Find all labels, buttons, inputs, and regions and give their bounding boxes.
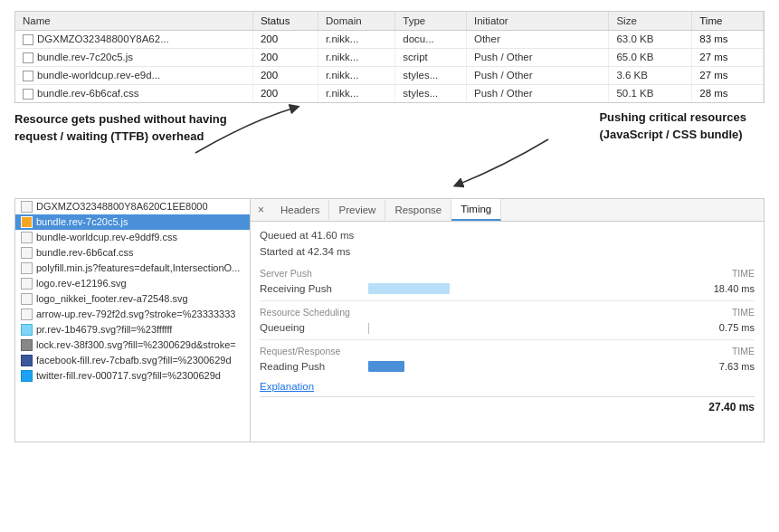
tab-preview[interactable]: Preview <box>329 200 385 220</box>
tab-timing[interactable]: Timing <box>451 199 501 221</box>
network-table: Name Status Domain Type Initiator Size T… <box>15 12 764 102</box>
list-item[interactable]: bundle.rev-7c20c5.js <box>15 214 250 230</box>
file-icon <box>21 309 33 320</box>
cell-name: bundle-worldcup.rev-e9d... <box>15 66 252 84</box>
cell-initiator: Push / Other <box>466 66 608 84</box>
table-row[interactable]: bundle.rev-6b6caf.css 200 r.nikk... styl… <box>15 84 764 101</box>
col-header-time: Time <box>692 12 764 31</box>
cell-name: DGXMZO32348800Y8A62... <box>15 31 252 49</box>
cell-time: 83 ms <box>692 31 764 49</box>
started-at: Started at 42.34 ms <box>260 243 755 260</box>
file-name: bundle.rev-7c20c5.js <box>36 216 128 227</box>
timing-divider <box>260 339 755 340</box>
timing-section: Server PushTIME Receiving Push 18.40 ms <box>260 268 755 301</box>
section-time-label: TIME <box>732 268 755 279</box>
section-label: Resource Scheduling <box>260 307 350 318</box>
detail-content: Queued at 41.60 msStarted at 42.34 ms Se… <box>251 222 764 419</box>
cell-domain: r.nikk... <box>318 31 395 49</box>
cell-name: bundle.rev-6b6caf.css <box>15 84 252 101</box>
col-header-domain: Domain <box>318 12 395 31</box>
table-row[interactable]: DGXMZO32348800Y8A62... 200 r.nikk... doc… <box>15 31 764 49</box>
cell-time: 27 ms <box>692 48 764 66</box>
cell-status: 200 <box>252 84 318 101</box>
timing-section-header: Resource SchedulingTIME <box>260 307 755 318</box>
file-name: logo_nikkei_footer.rev-a72548.svg <box>36 293 188 304</box>
file-icon <box>21 324 33 336</box>
table-row[interactable]: bundle.rev-7c20c5.js 200 r.nikk... scrip… <box>15 48 764 66</box>
list-item[interactable]: polyfill.min.js?features=default,Interse… <box>15 261 250 276</box>
list-item[interactable]: twitter-fill.rev-000717.svg?fill=%230062… <box>15 368 250 384</box>
list-item[interactable]: DGXMZO32348800Y8A620C1EE8000 <box>15 199 250 214</box>
col-header-initiator: Initiator <box>466 12 608 31</box>
timing-total-row: 27.40 ms <box>260 396 755 413</box>
tab-response[interactable]: Response <box>385 200 451 220</box>
tab-headers[interactable]: Headers <box>271 200 329 220</box>
explanation-link[interactable]: Explanation <box>260 381 314 392</box>
file-list[interactable]: DGXMZO32348800Y8A620C1EE8000bundle.rev-7… <box>15 199 251 442</box>
cell-size: 63.0 KB <box>609 31 692 49</box>
list-item[interactable]: bundle.rev-6b6caf.css <box>15 245 250 261</box>
timing-bar <box>368 283 450 294</box>
timing-row: Receiving Push 18.40 ms <box>260 280 755 297</box>
timing-bar-area <box>368 322 698 333</box>
file-icon <box>21 370 33 382</box>
cell-name: bundle.rev-7c20c5.js <box>15 48 252 66</box>
top-table-wrapper: Name Status Domain Type Initiator Size T… <box>14 11 765 103</box>
timing-row: Queueing 0.75 ms <box>260 319 755 336</box>
file-name: pr.rev-1b4679.svg?fill=%23ffffff <box>36 324 172 335</box>
cell-initiator: Push / Other <box>466 84 608 101</box>
list-item[interactable]: logo_nikkei_footer.rev-a72548.svg <box>15 291 250 307</box>
cell-size: 50.1 KB <box>609 84 692 101</box>
file-icon <box>21 355 33 366</box>
col-header-status: Status <box>252 12 318 31</box>
timing-section-header: Request/ResponseTIME <box>260 346 755 356</box>
file-name: logo.rev-e12196.svg <box>36 278 127 289</box>
timing-bar-area <box>368 361 698 372</box>
cell-type: styles... <box>395 84 467 101</box>
file-icon <box>21 339 33 351</box>
queued-at: Queued at 41.60 ms <box>260 227 755 243</box>
file-name: arrow-up.rev-792f2d.svg?stroke=%23333333 <box>36 309 235 319</box>
cell-status: 200 <box>252 31 318 49</box>
timing-section-header: Server PushTIME <box>260 268 755 279</box>
timing-section: Request/ResponseTIME Reading Push 7.63 m… <box>260 346 755 375</box>
cell-domain: r.nikk... <box>318 84 395 101</box>
cell-status: 200 <box>252 66 318 84</box>
cell-type: styles... <box>395 66 467 84</box>
cell-initiator: Other <box>466 31 608 49</box>
section-label: Request/Response <box>260 346 340 356</box>
cell-type: script <box>395 48 467 66</box>
section-time-label: TIME <box>732 307 755 318</box>
cell-size: 65.0 KB <box>609 48 692 66</box>
timing-value: 0.75 ms <box>705 322 755 333</box>
annotation-right-text: Pushing critical resources (JavaScript /… <box>599 109 746 144</box>
bottom-panel: DGXMZO32348800Y8A620C1EE8000bundle.rev-7… <box>14 198 765 442</box>
queueing-bar <box>368 323 369 334</box>
cell-type: docu... <box>395 31 467 49</box>
total-value: 27.40 ms <box>705 401 755 413</box>
list-item[interactable]: arrow-up.rev-792f2d.svg?stroke=%23333333 <box>15 307 250 322</box>
list-item[interactable]: logo.rev-e12196.svg <box>15 276 250 291</box>
file-name: facebook-fill.rev-7cbafb.svg?fill=%23006… <box>36 355 232 366</box>
list-item[interactable]: bundle-worldcup.rev-e9ddf9.css <box>15 230 250 245</box>
close-icon[interactable]: × <box>251 200 271 220</box>
list-item[interactable]: pr.rev-1b4679.svg?fill=%23ffffff <box>15 322 250 337</box>
detail-panel: ×HeadersPreviewResponseTiming Queued at … <box>251 199 764 442</box>
list-item[interactable]: facebook-fill.rev-7cbafb.svg?fill=%23006… <box>15 353 250 368</box>
timing-bar <box>368 361 404 372</box>
list-item[interactable]: lock.rev-38f300.svg?fill=%2300629d&strok… <box>15 337 250 353</box>
file-icon <box>21 247 33 259</box>
timing-queued: Queued at 41.60 msStarted at 42.34 ms <box>260 227 755 261</box>
timing-bar-area <box>368 283 698 294</box>
timing-label: Reading Push <box>260 361 368 372</box>
annotation-area: Resource gets pushed without having requ… <box>14 103 765 198</box>
timing-divider <box>260 300 755 301</box>
cell-size: 3.6 KB <box>609 66 692 84</box>
file-icon <box>21 262 33 274</box>
table-row[interactable]: bundle-worldcup.rev-e9d... 200 r.nikk...… <box>15 66 764 84</box>
file-icon <box>21 232 33 243</box>
detail-tabs: ×HeadersPreviewResponseTiming <box>251 199 764 222</box>
file-name: DGXMZO32348800Y8A620C1EE8000 <box>36 201 208 212</box>
section-label: Server Push <box>260 268 312 279</box>
timing-value: 7.63 ms <box>705 361 755 372</box>
